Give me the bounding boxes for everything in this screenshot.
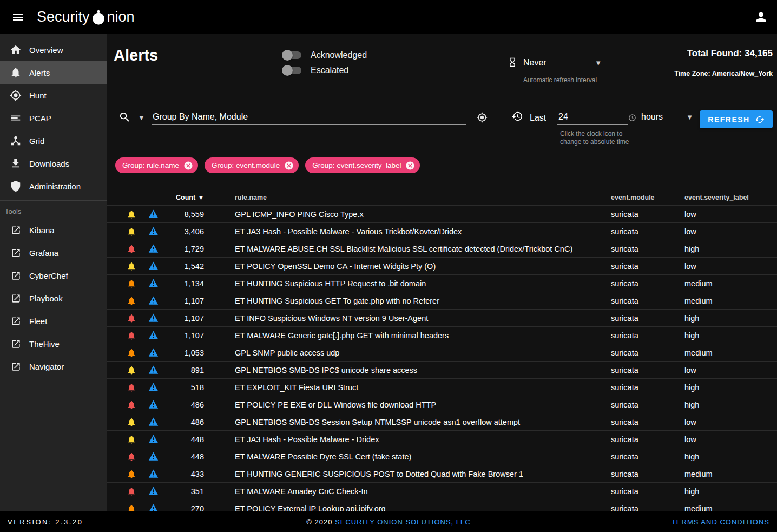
filter-chip[interactable]: Group: event.severity_label <box>305 157 420 173</box>
time-unit-select[interactable]: hours ▼ <box>641 110 693 124</box>
alert-bell-icon[interactable] <box>121 261 142 271</box>
alert-bell-icon[interactable] <box>121 313 142 323</box>
close-icon[interactable] <box>405 161 415 170</box>
table-row[interactable]: 486 GPL NETBIOS SMB-DS Session Setup NTM… <box>107 413 777 431</box>
table-row[interactable]: 1,107 ET INFO Suspicious Windows NT vers… <box>107 310 777 327</box>
table-row[interactable]: 518 ET EXPLOIT_KIT Fiesta URI Struct sur… <box>107 379 777 396</box>
search-mode-chevron-icon[interactable]: ▼ <box>138 114 145 122</box>
alert-bell-icon[interactable] <box>121 331 142 340</box>
severity-cell: medium <box>684 470 777 478</box>
alert-info-icon[interactable] <box>142 399 164 410</box>
rule-name-cell: ET MALWARE Amadey CnC Check-In <box>204 487 611 496</box>
account-icon[interactable] <box>754 10 768 24</box>
column-header-count[interactable]: Count ▼ <box>164 194 204 201</box>
table-row[interactable]: 3,406 ET JA3 Hash - Possible Malware - V… <box>107 223 777 240</box>
column-header-severity[interactable]: event.severity_label <box>684 194 777 201</box>
target-icon[interactable] <box>477 112 488 123</box>
alert-bell-icon[interactable] <box>121 504 142 512</box>
filter-chip[interactable]: Group: event.module <box>205 157 299 173</box>
tool-item-playbook[interactable]: Playbook <box>0 287 107 310</box>
alert-bell-icon[interactable] <box>121 348 142 358</box>
alert-info-icon[interactable] <box>142 434 164 444</box>
toggle-track[interactable] <box>283 67 301 74</box>
table-row[interactable]: 351 ET MALWARE Amadey CnC Check-In suric… <box>107 483 777 500</box>
table-row[interactable]: 8,559 GPL ICMP_INFO PING Cisco Type.x su… <box>107 206 777 223</box>
close-icon[interactable] <box>183 161 193 170</box>
alert-bell-icon[interactable] <box>121 400 142 410</box>
tool-item-grafana[interactable]: Grafana <box>0 241 107 264</box>
alert-bell-icon[interactable] <box>121 365 142 375</box>
alert-info-icon[interactable] <box>142 365 164 375</box>
alert-bell-icon[interactable] <box>121 383 142 392</box>
column-header-event-module[interactable]: event.module <box>611 194 684 201</box>
alert-info-icon[interactable] <box>142 295 164 306</box>
tool-item-navigator[interactable]: Navigator <box>0 355 107 378</box>
alert-info-icon[interactable] <box>142 209 164 219</box>
alert-info-icon[interactable] <box>142 244 164 254</box>
alert-info-icon[interactable] <box>142 417 164 427</box>
history-icon[interactable] <box>511 110 523 122</box>
menu-icon[interactable] <box>8 8 28 27</box>
alert-info-icon[interactable] <box>142 503 164 511</box>
sidebar-item-pcap[interactable]: PCAP <box>0 107 107 129</box>
toggle-escalated[interactable]: Escalated <box>283 63 367 78</box>
tool-item-cyberchef[interactable]: CyberChef <box>0 264 107 287</box>
table-row[interactable]: 448 ET JA3 Hash - Possible Malware - Dri… <box>107 431 777 448</box>
sidebar-item-grid[interactable]: Grid <box>0 129 107 152</box>
table-row[interactable]: 1,053 GPL SNMP public access udp suricat… <box>107 344 777 362</box>
alert-bell-icon[interactable] <box>121 487 142 496</box>
table-row[interactable]: 1,134 ET HUNTING Suspicious HTTP Request… <box>107 275 777 292</box>
sidebar-item-alerts[interactable]: Alerts <box>0 61 107 84</box>
refresh-button[interactable]: REFRESH <box>700 110 773 128</box>
close-icon[interactable] <box>284 161 294 170</box>
search-icon[interactable] <box>118 111 131 123</box>
table-row[interactable]: 1,107 ET MALWARE Generic gate[.].php GET… <box>107 327 777 344</box>
alert-bell-icon[interactable] <box>121 209 142 219</box>
alert-info-icon[interactable] <box>142 226 164 237</box>
sidebar-item-administration[interactable]: Administration <box>0 175 107 198</box>
alert-info-icon[interactable] <box>142 347 164 358</box>
table-row[interactable]: 448 ET MALWARE Possible Dyre SSL Cert (f… <box>107 448 777 465</box>
table-row[interactable]: 891 GPL NETBIOS SMB-DS IPC$ unicode shar… <box>107 362 777 379</box>
alert-info-icon[interactable] <box>142 469 164 479</box>
table-row[interactable]: 1,542 ET POLICY OpenSSL Demo CA - Intern… <box>107 258 777 275</box>
alert-info-icon[interactable] <box>142 278 164 288</box>
tool-item-fleet[interactable]: Fleet <box>0 310 107 332</box>
toggle-acknowledged[interactable]: Acknowledged <box>283 48 367 63</box>
table-row[interactable]: 1,729 ET MALWARE ABUSE.CH SSL Blacklist … <box>107 240 777 258</box>
alert-bell-icon[interactable] <box>121 244 142 254</box>
terms-link[interactable]: TERMS AND CONDITIONS <box>671 518 769 526</box>
sidebar-item-hunt[interactable]: Hunt <box>0 84 107 107</box>
refresh-interval-select[interactable]: Never ▼ <box>523 56 602 70</box>
alert-info-icon[interactable] <box>142 330 164 340</box>
table-row[interactable]: 270 ET POLICY External IP Lookup api.ipi… <box>107 500 777 511</box>
alert-bell-icon[interactable] <box>121 296 142 306</box>
sidebar-item-overview[interactable]: Overview <box>0 38 107 61</box>
time-value-input[interactable] <box>557 109 628 125</box>
alert-bell-icon[interactable] <box>121 417 142 427</box>
count-cell: 1,053 <box>164 349 204 357</box>
toggle-track[interactable] <box>283 51 301 59</box>
column-header-rule-name[interactable]: rule.name <box>204 194 611 201</box>
tool-item-thehive[interactable]: TheHive <box>0 332 107 355</box>
search-input[interactable] <box>152 109 466 125</box>
tool-item-kibana[interactable]: Kibana <box>0 219 107 241</box>
alert-bell-icon[interactable] <box>121 452 142 462</box>
alert-info-icon[interactable] <box>142 451 164 462</box>
table-row[interactable]: 433 ET HUNTING GENERIC SUSPICIOUS POST t… <box>107 465 777 483</box>
filter-chip[interactable]: Group: rule.name <box>115 157 198 173</box>
alert-bell-icon[interactable] <box>121 279 142 288</box>
alert-info-icon[interactable] <box>142 261 164 271</box>
table-row[interactable]: 486 ET POLICY PE EXE or DLL Windows file… <box>107 396 777 413</box>
alert-bell-icon[interactable] <box>121 469 142 479</box>
copyright-link[interactable]: SECURITY ONION SOLUTIONS, LLC <box>335 518 471 526</box>
sidebar-item-downloads[interactable]: Downloads <box>0 152 107 175</box>
alert-bell-icon[interactable] <box>121 435 142 444</box>
table-row[interactable]: 1,107 ET HUNTING Suspicious GET To gate.… <box>107 292 777 310</box>
alert-info-icon[interactable] <box>142 382 164 392</box>
severity-cell: high <box>684 383 777 392</box>
clock-icon[interactable] <box>628 114 636 122</box>
alert-bell-icon[interactable] <box>121 227 142 237</box>
alert-info-icon[interactable] <box>142 313 164 323</box>
alert-info-icon[interactable] <box>142 486 164 496</box>
